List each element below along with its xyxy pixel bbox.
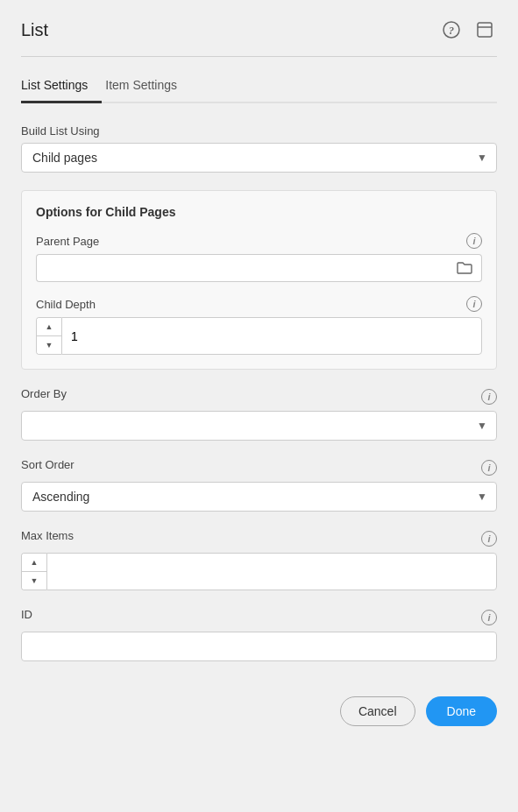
id-input[interactable] bbox=[21, 632, 497, 661]
build-list-label: Build List Using bbox=[21, 124, 497, 138]
child-depth-stepper: ▲ ▼ bbox=[36, 317, 482, 355]
svg-rect-2 bbox=[478, 23, 492, 37]
order-by-field: Order By i Title Date ID ▼ bbox=[21, 387, 497, 441]
sort-order-label: Sort Order bbox=[21, 458, 75, 471]
parent-page-folder-button[interactable] bbox=[448, 254, 482, 282]
parent-page-label-row: Parent Page i bbox=[36, 233, 482, 249]
child-depth-label: Child Depth bbox=[36, 298, 96, 311]
sort-order-info-icon[interactable]: i bbox=[481, 460, 497, 476]
child-depth-up-button[interactable]: ▲ bbox=[37, 318, 61, 335]
panel-title: List bbox=[21, 20, 48, 40]
parent-page-input-group bbox=[36, 254, 482, 282]
layout-icon[interactable] bbox=[472, 18, 497, 42]
child-depth-input[interactable] bbox=[61, 317, 482, 355]
child-depth-info-icon[interactable]: i bbox=[466, 296, 482, 312]
sort-order-label-row: Sort Order i bbox=[21, 458, 497, 477]
order-by-label-row: Order By i bbox=[21, 387, 497, 406]
id-label: ID bbox=[21, 608, 32, 621]
max-items-arrows: ▲ ▼ bbox=[21, 553, 46, 590]
id-info-icon[interactable]: i bbox=[481, 610, 497, 625]
max-items-up-button[interactable]: ▲ bbox=[22, 554, 46, 571]
header-divider bbox=[21, 56, 497, 57]
tab-list-settings[interactable]: List Settings bbox=[21, 71, 102, 103]
max-items-label-row: Max Items i bbox=[21, 529, 497, 547]
child-pages-options-title: Options for Child Pages bbox=[36, 205, 482, 219]
id-label-row: ID i bbox=[21, 608, 497, 626]
cancel-button[interactable]: Cancel bbox=[340, 696, 415, 726]
tabs-container: List Settings Item Settings bbox=[21, 71, 497, 103]
panel-header: List ? bbox=[21, 18, 497, 42]
help-icon[interactable]: ? bbox=[439, 18, 464, 42]
order-by-info-icon[interactable]: i bbox=[481, 389, 497, 405]
order-by-select-wrapper: Title Date ID ▼ bbox=[21, 411, 497, 441]
build-list-field: Build List Using Child pages Manual Quer… bbox=[21, 124, 497, 173]
order-by-label: Order By bbox=[21, 387, 67, 400]
svg-text:?: ? bbox=[449, 25, 454, 37]
child-depth-arrows: ▲ ▼ bbox=[36, 317, 61, 355]
sort-order-select-wrapper: Ascending Descending ▼ bbox=[21, 482, 497, 512]
tab-item-settings[interactable]: Item Settings bbox=[102, 71, 191, 103]
max-items-stepper: ▲ ▼ bbox=[21, 553, 497, 590]
parent-page-input[interactable] bbox=[36, 254, 448, 282]
id-field: ID i bbox=[21, 608, 497, 661]
max-items-field: Max Items i ▲ ▼ bbox=[21, 529, 497, 590]
max-items-info-icon[interactable]: i bbox=[481, 531, 497, 547]
max-items-label: Max Items bbox=[21, 529, 74, 542]
sort-order-select[interactable]: Ascending Descending bbox=[22, 483, 496, 511]
settings-panel: List ? List Settings Item Settings Build… bbox=[0, 0, 518, 812]
child-depth-field: Child Depth i ▲ ▼ bbox=[36, 296, 482, 355]
build-list-select-wrapper: Child pages Manual Query ▼ bbox=[21, 143, 497, 173]
max-items-down-button[interactable]: ▼ bbox=[22, 572, 46, 590]
child-depth-label-row: Child Depth i bbox=[36, 296, 482, 312]
child-depth-down-button[interactable]: ▼ bbox=[37, 336, 61, 354]
sort-order-field: Sort Order i Ascending Descending ▼ bbox=[21, 458, 497, 512]
parent-page-label: Parent Page bbox=[36, 235, 99, 248]
header-icons: ? bbox=[439, 18, 497, 42]
done-button[interactable]: Done bbox=[426, 696, 497, 726]
parent-page-field: Parent Page i bbox=[36, 233, 482, 282]
order-by-select[interactable]: Title Date ID bbox=[22, 412, 496, 440]
footer: Cancel Done bbox=[21, 696, 497, 726]
max-items-input[interactable] bbox=[46, 553, 497, 590]
parent-page-info-icon[interactable]: i bbox=[466, 233, 482, 249]
child-pages-options: Options for Child Pages Parent Page i Ch… bbox=[21, 190, 497, 370]
build-list-select[interactable]: Child pages Manual Query bbox=[22, 144, 496, 172]
